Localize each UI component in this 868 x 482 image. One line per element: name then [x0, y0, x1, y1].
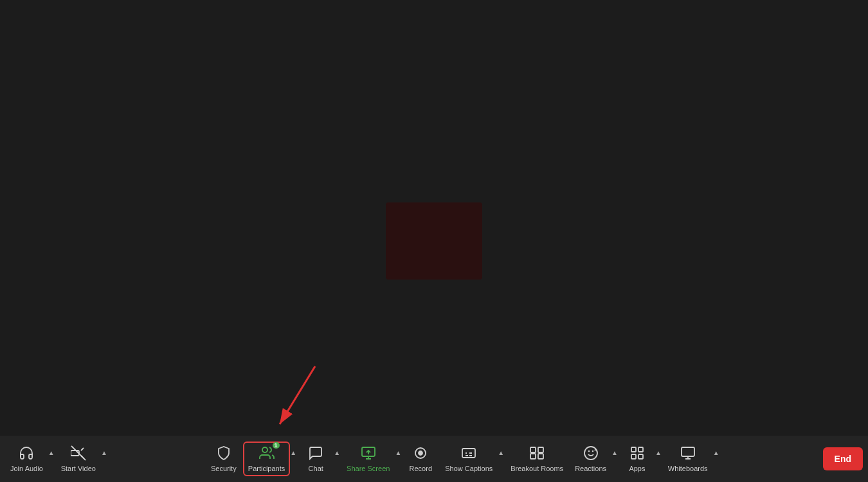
- security-group: Security: [206, 442, 242, 476]
- start-video-label: Start Video: [61, 465, 96, 472]
- main-content: [0, 0, 868, 436]
- whiteboards-group: Whiteboards ▲: [663, 442, 719, 476]
- start-video-chevron[interactable]: ▲: [101, 449, 107, 469]
- share-screen-chevron[interactable]: ▲: [395, 449, 401, 469]
- participants-group: 1 Participants ▲: [243, 442, 296, 476]
- start-video-button[interactable]: Start Video: [56, 442, 101, 476]
- security-label: Security: [211, 465, 237, 472]
- record-group: Record: [402, 442, 439, 476]
- apps-chevron[interactable]: ▲: [655, 449, 662, 469]
- chat-icon: [308, 445, 323, 463]
- svg-point-6: [419, 451, 422, 455]
- headphone-icon: [19, 445, 34, 463]
- join-audio-group: Join Audio ▲: [5, 442, 55, 476]
- apps-group: Apps ▲: [619, 442, 662, 476]
- participants-label: Participants: [248, 465, 285, 472]
- record-button[interactable]: Record: [402, 442, 439, 476]
- share-screen-button[interactable]: Share Screen: [341, 442, 395, 476]
- apps-icon: [629, 445, 645, 463]
- svg-rect-7: [462, 449, 475, 458]
- toolbar: Join Audio ▲ Start Video ▲: [0, 436, 868, 482]
- svg-rect-10: [530, 454, 536, 459]
- whiteboards-icon: [680, 445, 696, 463]
- svg-point-3: [262, 447, 267, 452]
- participants-icon: 1: [259, 445, 275, 463]
- svg-rect-15: [631, 447, 636, 452]
- chat-label: Chat: [309, 465, 323, 472]
- cc-icon: [461, 445, 476, 463]
- reactions-icon: [583, 445, 599, 463]
- join-audio-label: Join Audio: [10, 465, 43, 472]
- end-button[interactable]: End: [823, 447, 863, 470]
- svg-rect-18: [631, 454, 636, 459]
- shield-icon: [216, 445, 231, 463]
- participants-button[interactable]: 1 Participants: [243, 442, 290, 476]
- svg-rect-19: [682, 447, 694, 456]
- chat-chevron[interactable]: ▲: [334, 449, 340, 469]
- chat-group: Chat ▲: [298, 442, 340, 476]
- chat-button[interactable]: Chat: [298, 442, 334, 476]
- svg-rect-16: [638, 447, 643, 452]
- captions-button[interactable]: Show Captions: [440, 442, 498, 476]
- video-off-icon: [71, 445, 86, 463]
- apps-label: Apps: [629, 465, 645, 472]
- whiteboards-button[interactable]: Whiteboards: [663, 442, 713, 476]
- share-screen-group: Share Screen ▲: [341, 442, 401, 476]
- join-audio-button[interactable]: Join Audio: [5, 442, 48, 476]
- security-button[interactable]: Security: [206, 442, 242, 476]
- video-area: [386, 202, 482, 280]
- svg-rect-8: [530, 447, 536, 452]
- record-label: Record: [410, 465, 432, 472]
- reactions-button[interactable]: Reactions: [570, 442, 611, 476]
- share-screen-icon: [361, 445, 376, 463]
- toolbar-right: End: [818, 447, 863, 470]
- reactions-label: Reactions: [575, 465, 606, 472]
- record-icon: [413, 445, 428, 463]
- captions-label: Show Captions: [445, 465, 493, 472]
- svg-rect-9: [538, 447, 543, 452]
- participants-badge: 1: [273, 442, 280, 449]
- captions-group: Show Captions ▲: [440, 442, 504, 476]
- svg-rect-11: [538, 454, 543, 459]
- whiteboards-chevron[interactable]: ▲: [713, 449, 719, 469]
- captions-chevron[interactable]: ▲: [498, 449, 504, 469]
- breakout-icon: [529, 445, 545, 463]
- breakout-label: Breakout Rooms: [511, 465, 563, 472]
- toolbar-center: Security 1 Participants: [107, 442, 818, 476]
- toolbar-left: Join Audio ▲ Start Video ▲: [5, 442, 107, 476]
- breakout-button[interactable]: Breakout Rooms: [505, 442, 568, 476]
- svg-point-12: [584, 447, 597, 460]
- reactions-chevron[interactable]: ▲: [611, 449, 618, 469]
- apps-button[interactable]: Apps: [619, 442, 655, 476]
- svg-rect-17: [638, 454, 643, 459]
- whiteboards-label: Whiteboards: [668, 465, 708, 472]
- share-screen-label: Share Screen: [347, 465, 390, 472]
- join-audio-chevron[interactable]: ▲: [48, 449, 55, 469]
- participants-chevron[interactable]: ▲: [290, 449, 296, 469]
- start-video-group: Start Video ▲: [56, 442, 107, 476]
- reactions-group: Reactions ▲: [570, 442, 618, 476]
- breakout-group: Breakout Rooms: [505, 442, 568, 476]
